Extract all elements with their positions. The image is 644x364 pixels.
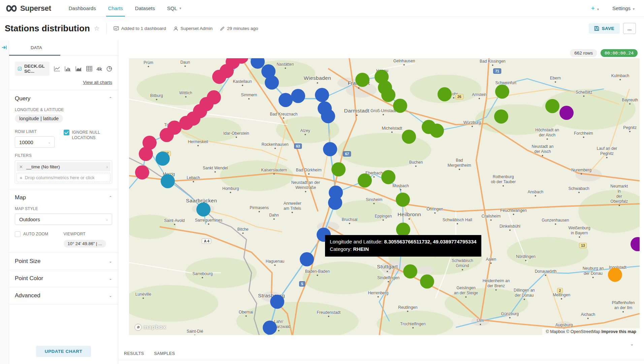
update-chart-button[interactable]: UPDATE CHART <box>36 346 91 357</box>
infinity-logo-icon <box>5 4 18 12</box>
remove-filter-icon[interactable]: ✕ <box>19 164 23 169</box>
station-point-main-neckar-stations[interactable] <box>393 99 407 113</box>
mapbox-logo[interactable]: mapbox <box>134 324 166 331</box>
nav-item-sql[interactable]: SQL▼ <box>161 0 188 16</box>
last-modified-badge[interactable]: 29 minutes ago <box>220 26 258 31</box>
query-section-header[interactable]: Query ⌃ <box>15 95 112 102</box>
pie-chart-icon[interactable] <box>106 66 112 72</box>
query-timer-badge[interactable]: 00:00:00.24 <box>601 49 638 57</box>
chevron-down-icon: ▼ <box>597 8 600 11</box>
auto-zoom-checkbox[interactable]: AUTO ZOOM <box>15 231 64 237</box>
dashboard-count-badge[interactable]: Added to 1 dashboard <box>114 26 166 31</box>
more-actions-button[interactable]: ... <box>623 23 636 34</box>
table-icon[interactable] <box>86 66 92 71</box>
collapse-results-icon[interactable]: ⌄ <box>630 341 634 346</box>
station-point-rhein-stations[interactable] <box>321 109 335 123</box>
station-point-main-neckar-stations[interactable] <box>438 87 452 101</box>
station-point-rhein-stations[interactable] <box>328 196 342 210</box>
view-all-charts-link[interactable]: View all charts <box>83 80 112 85</box>
map-attribution: © Mapbox © OpenStreetMap Improve this ma… <box>542 328 640 335</box>
user-icon <box>173 26 178 31</box>
owner-badge[interactable]: Superset Admin <box>173 26 213 31</box>
query-section: Query ⌃ LONGITUDE & LATITUDE longitude |… <box>9 90 118 189</box>
station-point-rhein-stations[interactable] <box>315 88 329 102</box>
superset-logo[interactable]: Superset <box>5 0 51 16</box>
station-point-rhein-stations[interactable] <box>265 75 279 90</box>
settings-menu[interactable]: Settings▼ <box>612 5 635 11</box>
chevron-right-icon: › <box>106 164 108 169</box>
chevron-down-icon: ▼ <box>632 7 635 11</box>
viz-4k-option[interactable]: 4k <box>97 66 102 72</box>
map-tooltip: Longitude and Latitude: 8.30556376651173… <box>325 235 481 257</box>
nav-item-datasets[interactable]: Datasets <box>129 0 161 16</box>
lonlat-chip[interactable]: longitude | latitude <box>15 114 63 123</box>
station-point-main-neckar-stations[interactable] <box>396 193 410 207</box>
station-point-rhein-stations[interactable] <box>263 321 277 335</box>
tab-data[interactable]: DATA <box>9 45 42 50</box>
station-point-main-neckar-stations[interactable] <box>495 85 509 99</box>
section-header-advanced[interactable]: Advanced⌄ <box>15 292 112 299</box>
bar-chart-icon[interactable] <box>65 66 71 71</box>
page-title: Stations distribution <box>5 23 90 34</box>
row-count-badge: 662 rows <box>570 49 597 57</box>
station-point-main-neckar-stations[interactable] <box>402 130 416 144</box>
save-button[interactable]: SAVE <box>589 23 620 34</box>
checkbox-unchecked-icon <box>15 231 21 237</box>
station-point-main-neckar-stations[interactable] <box>396 223 410 237</box>
station-point-saar-stations[interactable] <box>161 174 175 188</box>
new-item-button[interactable]: +▼ <box>591 5 600 12</box>
collapse-panel-icon[interactable] <box>2 45 7 50</box>
map-section: Map ⌃ MAP STYLE Outdoors⌄ AUTO ZOOM <box>9 189 118 253</box>
station-point-main-neckar-stations[interactable] <box>430 124 444 138</box>
chevron-up-icon: ⌃ <box>109 195 112 200</box>
station-point-main-neckar-stations[interactable] <box>355 73 369 87</box>
viewport-chip[interactable]: 10° 24' 49.86" | ... <box>64 240 106 247</box>
tab-results[interactable]: RESULTS <box>124 351 144 356</box>
navbar: Superset DashboardsChartsDatasetsSQL▼ +▼… <box>0 0 644 17</box>
attribution-osm-link[interactable]: © OpenStreetMap <box>566 329 601 334</box>
filter-item-time[interactable]: ✕ __time (No filter) › <box>17 162 110 171</box>
ignore-null-checkbox[interactable]: IGNORE NULL LOCATIONS <box>64 129 112 140</box>
station-point-main-neckar-stations[interactable] <box>381 170 395 184</box>
row-limit-select[interactable]: 10000⌄ <box>15 136 55 148</box>
map-canvas[interactable]: PrümDaunNastättenGelnhausenBad Kissingen… <box>129 58 640 335</box>
attribution-mapbox-link[interactable]: © Mapbox <box>546 329 566 334</box>
station-point-rhein-stations[interactable] <box>291 89 305 103</box>
station-point-main-neckar-stations[interactable] <box>331 162 346 176</box>
station-point-main-neckar-stations[interactable] <box>545 99 559 113</box>
station-point-donau-stations[interactable] <box>608 268 622 282</box>
station-point-mosel-stations[interactable] <box>139 147 153 161</box>
section-header-point-color[interactable]: Point Color⌄ <box>15 275 112 282</box>
tab-samples[interactable]: SAMPLES <box>154 351 175 356</box>
viz-type-chip[interactable]: DECK.GL SC... <box>15 62 50 76</box>
station-point-mosel-stations[interactable] <box>135 165 149 179</box>
map-style-select[interactable]: Outdoors⌄ <box>15 213 112 225</box>
nav-item-dashboards[interactable]: Dashboards <box>63 0 102 16</box>
filters-label: FILTERS <box>15 153 112 158</box>
nav-item-charts[interactable]: Charts <box>102 0 129 16</box>
filters-box: ✕ __time (No filter) › + Drop columns/me… <box>15 160 112 184</box>
pencil-icon <box>220 26 225 31</box>
save-icon <box>594 26 599 31</box>
area-chart-icon[interactable] <box>75 66 82 71</box>
favorite-star-icon[interactable]: ☆ <box>94 25 100 32</box>
station-point-rhein-stations[interactable] <box>270 295 284 309</box>
improve-map-link[interactable]: Improve this map <box>602 329 637 334</box>
add-filter-dropzone[interactable]: + Drop columns/metrics here or click <box>17 173 110 182</box>
viewport-label: VIEWPORT <box>64 231 112 237</box>
station-point-mosel-stations[interactable] <box>160 128 174 142</box>
map-section-header[interactable]: Map ⌃ <box>15 194 112 201</box>
station-point-rhein-stations[interactable] <box>323 142 337 156</box>
station-point-main-neckar-stations[interactable] <box>420 274 434 289</box>
station-point-main-neckar-stations[interactable] <box>494 109 508 124</box>
line-chart-icon[interactable] <box>54 66 60 71</box>
station-point-main-neckar-stations[interactable] <box>403 264 417 278</box>
section-header-point-size[interactable]: Point Size⌄ <box>15 258 112 265</box>
station-point-saar-stations[interactable] <box>156 152 170 166</box>
station-point-purple-stations[interactable] <box>559 106 574 120</box>
station-point-main-neckar-stations[interactable] <box>381 88 395 102</box>
station-point-main-neckar-stations[interactable] <box>358 173 372 188</box>
station-point-rhein-stations[interactable] <box>300 252 314 266</box>
data-panel: DATA DECK.GL SC... 4k View all charts <box>9 40 118 364</box>
station-point-saar-stations[interactable] <box>196 202 211 217</box>
